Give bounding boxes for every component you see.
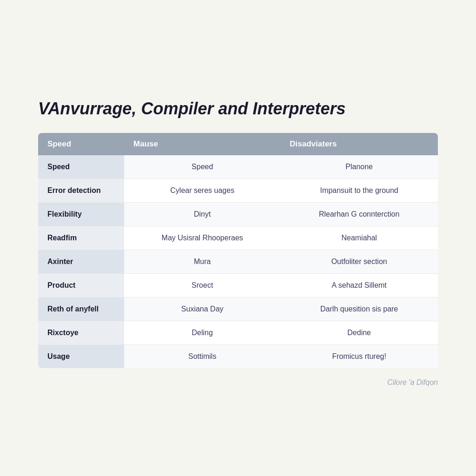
page-container: VAnvurrage, Compiler and Interpreters Sp…	[15, 80, 461, 396]
table-row: Error detectionCylear seres uagesImpansu…	[38, 179, 438, 203]
table-cell-8-1: Sottimils	[124, 345, 280, 368]
table-cell-7-1: Deling	[124, 321, 280, 345]
table-cell-5-0: Product	[38, 274, 124, 298]
table-header-row: Speed Mause Disadviaters	[38, 133, 438, 155]
table-cell-3-2: Neamiahal	[280, 226, 438, 250]
table-row: Reth of anyfellSuxiana DayDarlh quesitio…	[38, 298, 438, 321]
table-cell-0-2: Planone	[280, 155, 438, 179]
table-cell-3-1: May Usisral Rhooperaes	[124, 226, 280, 250]
col-header-2: Mause	[124, 133, 280, 155]
table-cell-4-2: Outfoliter section	[280, 250, 438, 274]
table-cell-8-2: Fromicus rtureg!	[280, 345, 438, 368]
table-row: SpeedSpeedPlanone	[38, 155, 438, 179]
table-cell-1-1: Cylear seres uages	[124, 179, 280, 203]
table-cell-4-1: Mura	[124, 250, 280, 274]
table-row: RixctoyeDelingDedine	[38, 321, 438, 345]
table-cell-4-0: Axinter	[38, 250, 124, 274]
table-row: ReadfimMay Usisral RhooperaesNeamiahal	[38, 226, 438, 250]
table-cell-7-0: Rixctoye	[38, 321, 124, 345]
table-cell-6-2: Darlh quesition sis pare	[280, 298, 438, 321]
table-cell-3-0: Readfim	[38, 226, 124, 250]
col-header-1: Speed	[38, 133, 124, 155]
table-row: AxinterMuraOutfoliter section	[38, 250, 438, 274]
table-row: ProductSroectA sehazd Sillemt	[38, 274, 438, 298]
table-cell-5-2: A sehazd Sillemt	[280, 274, 438, 298]
table-row: UsageSottimilsFromicus rtureg!	[38, 345, 438, 368]
table-cell-7-2: Dedine	[280, 321, 438, 345]
watermark: Cilore 'a Difqon	[387, 378, 438, 387]
table-cell-1-2: Impansuit to the ground	[280, 179, 438, 203]
col-header-3: Disadviaters	[280, 133, 438, 155]
page-title: VAnvurrage, Compiler and Interpreters	[38, 99, 438, 119]
table-cell-1-0: Error detection	[38, 179, 124, 203]
table-cell-0-0: Speed	[38, 155, 124, 179]
table-cell-0-1: Speed	[124, 155, 280, 179]
table-cell-5-1: Sroect	[124, 274, 280, 298]
table-cell-6-0: Reth of anyfell	[38, 298, 124, 321]
table-cell-8-0: Usage	[38, 345, 124, 368]
table-cell-2-0: Flexibility	[38, 203, 124, 226]
table-cell-2-2: Rlearhan G connterction	[280, 203, 438, 226]
table-row: FlexibilityDinytRlearhan G connterction	[38, 203, 438, 226]
table-cell-2-1: Dinyt	[124, 203, 280, 226]
table-cell-6-1: Suxiana Day	[124, 298, 280, 321]
comparison-table: Speed Mause Disadviaters SpeedSpeedPlano…	[38, 133, 438, 368]
